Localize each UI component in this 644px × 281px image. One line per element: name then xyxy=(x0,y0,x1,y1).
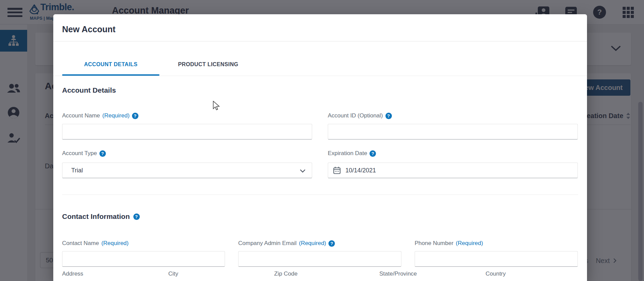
screen: Trimble. MAPS | Maps & Account Manager xyxy=(0,0,644,281)
address-label: Address xyxy=(62,270,83,277)
help-icon[interactable] xyxy=(99,150,106,157)
country-label: Country xyxy=(486,270,506,277)
phone-number-label: Phone Number (Required) xyxy=(415,240,578,247)
form-input-row xyxy=(62,251,578,267)
divider xyxy=(62,194,578,195)
company-admin-email-label: Company Admin Email (Required) xyxy=(238,240,401,247)
zip-code-label: Zip Code xyxy=(274,270,298,277)
contact-information-heading: Contact Information xyxy=(62,212,140,221)
form-label-row: Account Name (Required) Account ID (Opti… xyxy=(62,112,578,119)
account-type-select[interactable]: Trial xyxy=(62,163,312,178)
account-name-input[interactable] xyxy=(62,124,312,139)
expiration-date-label: Expiration Date xyxy=(328,150,578,157)
tab-product-licensing[interactable]: PRODUCT LICENSING xyxy=(159,53,257,76)
state-province-label: State/Province xyxy=(379,270,417,277)
contact-name-label: Contact Name (Required) xyxy=(62,240,225,247)
tab-account-details[interactable]: ACCOUNT DETAILS xyxy=(62,53,159,76)
help-icon[interactable] xyxy=(132,113,138,119)
help-icon[interactable] xyxy=(133,213,140,220)
calendar-icon xyxy=(333,166,341,174)
chevron-down-icon xyxy=(300,169,306,173)
dialog-title: New Account xyxy=(62,24,115,34)
account-id-label: Account ID (Optional) xyxy=(328,112,578,119)
account-type-label: Account Type xyxy=(62,150,312,157)
new-account-dialog: New Account ACCOUNT DETAILS PRODUCT LICE… xyxy=(53,14,587,281)
account-name-label: Account Name (Required) xyxy=(62,112,312,119)
form-label-row: Account Type Expiration Date xyxy=(62,150,578,157)
phone-number-input[interactable] xyxy=(415,251,578,267)
form-input-row xyxy=(62,124,578,139)
form-label-row: Contact Name (Required) Company Admin Em… xyxy=(62,240,578,247)
help-icon[interactable] xyxy=(370,150,376,157)
account-id-input[interactable] xyxy=(328,124,578,139)
expiration-date-input[interactable]: 10/14/2021 xyxy=(328,163,578,178)
divider xyxy=(53,41,587,41)
help-icon[interactable] xyxy=(328,240,335,247)
form-input-row: Trial 10/14/2021 xyxy=(62,163,578,178)
divider xyxy=(53,76,587,76)
contact-name-input[interactable] xyxy=(62,251,225,267)
city-label: City xyxy=(168,270,178,277)
dialog-tabs: ACCOUNT DETAILS PRODUCT LICENSING xyxy=(62,53,257,76)
account-details-heading: Account Details xyxy=(62,86,116,94)
company-admin-email-input[interactable] xyxy=(238,251,401,267)
help-icon[interactable] xyxy=(385,113,392,119)
